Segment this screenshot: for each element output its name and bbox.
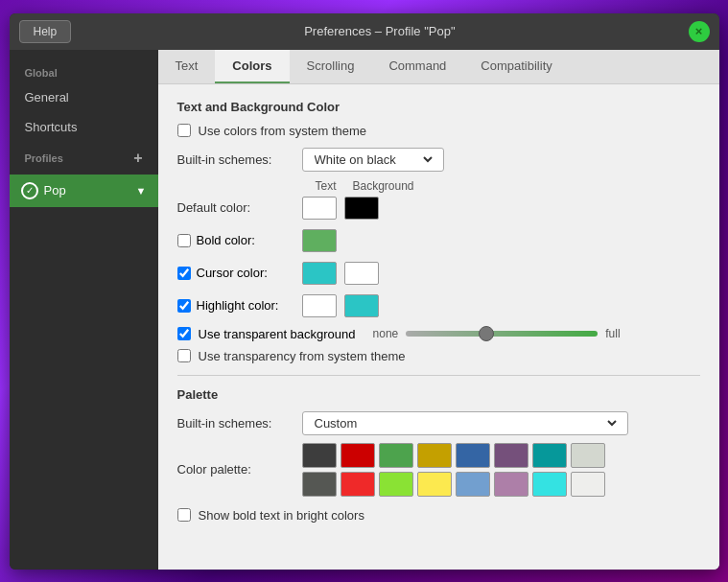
- palette-color-4[interactable]: [456, 443, 490, 468]
- show-bold-label: Show bold text in bright colors: [199, 508, 364, 523]
- sidebar-item-shortcuts[interactable]: Shortcuts: [10, 112, 158, 142]
- bold-checkbox-label: Bold color:: [177, 233, 302, 247]
- show-bold-row: Show bold text in bright colors: [177, 508, 700, 523]
- show-bold-checkbox[interactable]: [177, 508, 191, 522]
- palette-color-11[interactable]: [417, 472, 452, 497]
- scheme-select-wrapper[interactable]: White on black Black on white Solarized …: [302, 148, 444, 172]
- text-column-header: Text: [302, 179, 350, 193]
- profile-dropdown-arrow[interactable]: ▼: [136, 185, 147, 197]
- palette-color-15[interactable]: [571, 472, 605, 497]
- palette-color-0[interactable]: [302, 443, 337, 468]
- palette-color-14[interactable]: [532, 472, 567, 497]
- palette-section: Palette Built-in schemes: Custom Tango L…: [177, 387, 700, 523]
- use-system-theme-row: Use colors from system theme: [177, 124, 700, 138]
- highlight-color-label: Highlight color:: [197, 298, 279, 313]
- default-text-swatch[interactable]: [302, 197, 337, 220]
- add-profile-button[interactable]: +: [133, 150, 142, 167]
- tab-scrolling[interactable]: Scrolling: [290, 50, 372, 83]
- section-divider: [177, 375, 700, 376]
- sidebar-global-section: Global: [10, 59, 158, 82]
- titlebar: Help Preferences – Profile "Pop" ×: [10, 13, 719, 50]
- colors-panel: Text and Background Color Use colors fro…: [158, 84, 719, 570]
- sidebar-item-general[interactable]: General: [10, 82, 158, 112]
- palette-color-1[interactable]: [341, 443, 375, 468]
- palette-color-2[interactable]: [379, 443, 413, 468]
- default-color-swatches: [302, 197, 383, 220]
- palette-schemes-row: Built-in schemes: Custom Tango Linux XTe…: [177, 411, 700, 435]
- tab-compatibility[interactable]: Compatibility: [463, 50, 569, 83]
- window-title: Preferences – Profile "Pop": [304, 24, 455, 38]
- highlight-color-row: Highlight color:: [177, 294, 700, 317]
- cursor-color-row: Cursor color:: [177, 262, 700, 285]
- cursor-bg-swatch[interactable]: [344, 262, 379, 285]
- highlight-checkbox-label: Highlight color:: [177, 298, 302, 313]
- highlight-color-swatches: [302, 294, 383, 317]
- default-bg-swatch[interactable]: [344, 197, 379, 220]
- profile-pop[interactable]: ✓ Pop ▼: [10, 175, 158, 207]
- palette-title: Palette: [177, 387, 700, 402]
- tab-text[interactable]: Text: [158, 50, 216, 83]
- cursor-color-label: Cursor color:: [197, 266, 268, 280]
- profile-check-icon: ✓: [21, 182, 38, 199]
- built-in-schemes-row: Built-in schemes: White on black Black o…: [177, 148, 700, 172]
- tab-colors[interactable]: Colors: [215, 50, 289, 83]
- profiles-label: Profiles: [25, 152, 63, 164]
- highlight-bg-swatch[interactable]: [344, 294, 379, 317]
- palette-scheme-wrapper[interactable]: Custom Tango Linux XTerm: [302, 411, 628, 435]
- palette-color-13[interactable]: [494, 472, 528, 497]
- tab-bar: Text Colors Scrolling Command Compatibil…: [158, 50, 719, 84]
- content-area: Global General Shortcuts Profiles + ✓ Po…: [10, 50, 719, 570]
- color-palette-row: Color palette:: [177, 443, 700, 497]
- transparency-slider-track[interactable]: [406, 331, 598, 337]
- bold-color-checkbox[interactable]: [177, 234, 191, 247]
- palette-color-7[interactable]: [571, 443, 605, 468]
- built-in-schemes-label: Built-in schemes:: [177, 152, 302, 167]
- palette-color-12[interactable]: [456, 472, 490, 497]
- sidebar-profiles-header: Profiles +: [10, 142, 158, 175]
- cursor-color-checkbox[interactable]: [177, 267, 191, 280]
- palette-color-3[interactable]: [417, 443, 452, 468]
- palette-color-9[interactable]: [341, 472, 375, 497]
- bold-color-row: Bold color:: [177, 229, 700, 252]
- full-label: full: [605, 327, 620, 340]
- cursor-text-swatch[interactable]: [302, 262, 337, 285]
- use-system-theme-checkbox[interactable]: [177, 124, 191, 137]
- default-color-label: Default color:: [177, 200, 302, 215]
- transparency-system-label: Use transparency from system theme: [199, 349, 406, 363]
- palette-schemes-label: Built-in schemes:: [177, 416, 302, 431]
- transparent-bg-checkbox[interactable]: [177, 327, 191, 340]
- palette-scheme-select[interactable]: Custom Tango Linux XTerm: [311, 415, 620, 431]
- palette-color-5[interactable]: [494, 443, 528, 468]
- color-palette-label: Color palette:: [177, 462, 302, 477]
- palette-grid: [302, 443, 605, 497]
- color-column-headers: Text Background: [177, 179, 700, 193]
- main-panel: Text Colors Scrolling Command Compatibil…: [158, 50, 719, 570]
- bg-column-header: Background: [350, 179, 417, 193]
- bold-color-swatch[interactable]: [302, 229, 337, 252]
- cursor-checkbox-label: Cursor color:: [177, 266, 302, 280]
- transparency-system-checkbox[interactable]: [177, 349, 191, 362]
- text-bg-section-title: Text and Background Color: [177, 100, 700, 114]
- none-label: none: [373, 327, 399, 340]
- highlight-text-swatch[interactable]: [302, 294, 337, 317]
- palette-color-8[interactable]: [302, 472, 337, 497]
- highlight-color-checkbox[interactable]: [177, 299, 191, 313]
- use-system-theme-label: Use colors from system theme: [199, 124, 367, 138]
- palette-color-6[interactable]: [532, 443, 567, 468]
- transparency-slider-thumb[interactable]: [479, 326, 494, 341]
- transparency-system-row: Use transparency from system theme: [177, 349, 700, 363]
- transparent-bg-label: Use transparent background: [199, 327, 356, 341]
- palette-color-10[interactable]: [379, 472, 413, 497]
- sidebar: Global General Shortcuts Profiles + ✓ Po…: [10, 50, 158, 570]
- cursor-color-swatches: [302, 262, 383, 285]
- bold-color-label: Bold color:: [197, 233, 255, 247]
- default-color-row: Default color:: [177, 197, 700, 220]
- palette-row-1: [302, 443, 605, 468]
- profile-name: Pop: [44, 183, 130, 198]
- transparent-bg-row: Use transparent background none full: [177, 327, 700, 341]
- palette-row-2: [302, 472, 605, 497]
- help-button[interactable]: Help: [19, 20, 72, 43]
- scheme-select[interactable]: White on black Black on white Solarized …: [311, 151, 435, 168]
- close-button[interactable]: ×: [689, 21, 710, 42]
- tab-command[interactable]: Command: [371, 50, 463, 83]
